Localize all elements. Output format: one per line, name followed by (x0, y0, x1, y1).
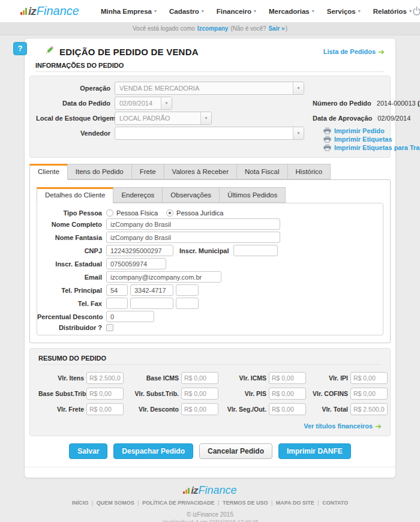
vlr-desconto-input[interactable] (181, 403, 218, 415)
printer-icon (323, 127, 331, 134)
nav-label: Mercadorias (269, 8, 310, 15)
tel-principal-number-input[interactable] (130, 284, 173, 296)
nav-servicos[interactable]: Serviços▾ (327, 8, 361, 15)
nome-fantasia-label: Nome Fantasia (37, 234, 102, 241)
footer-link-mapa[interactable]: MAPA DO SITE (276, 500, 322, 506)
pencil-icon (44, 45, 55, 58)
data-pedido-select[interactable]: 02/09/2014 ▾ (115, 97, 172, 110)
local-estoque-select[interactable]: LOCAL PADRÃO ▾ (115, 112, 212, 125)
footer-link-termos[interactable]: TERMOS DE USO (223, 500, 276, 506)
printer-icon (323, 144, 331, 151)
tab-frete[interactable]: Frete (131, 164, 164, 179)
imprimir-danfe-button[interactable]: Imprimir DANFE (278, 443, 351, 459)
vendedor-select[interactable]: ▾ (115, 127, 304, 140)
vlr-itens-label: Vlr. Itens (38, 374, 84, 382)
vlr-frete-input[interactable] (86, 403, 124, 415)
percentual-desconto-label: Percentual Desconto (37, 313, 102, 320)
tel-fax-number-input[interactable] (130, 298, 173, 309)
cnpj-input[interactable] (106, 245, 173, 256)
ver-titulos-financeiros-link[interactable]: Ver títulos financeiros ➔ (304, 422, 382, 431)
tab-historico[interactable]: Histórico (287, 164, 331, 179)
percentual-desconto-input[interactable] (106, 311, 154, 322)
imprimir-pedido-link[interactable]: Imprimir Pedido (323, 127, 420, 134)
nav-relatorios[interactable]: Relatórios▾ (373, 8, 412, 15)
nav-financeiro[interactable]: Financeiro▾ (217, 8, 256, 15)
nome-fantasia-input[interactable] (106, 232, 280, 243)
vlr-seg-out-input[interactable] (269, 403, 306, 415)
operacao-select[interactable]: VENDA DE MERCADORIA ▾ (115, 82, 304, 95)
nome-completo-input[interactable] (106, 218, 280, 230)
cancelar-pedido-button[interactable]: Cancelar Pedido (199, 443, 272, 459)
footer-link-privacidade[interactable]: POLÍTICA DE PRIVACIDADE (142, 500, 223, 506)
tel-principal-ext-input[interactable] (176, 284, 199, 296)
tel-principal-label: Tel. Principal (37, 287, 102, 294)
nav-mercadorias[interactable]: Mercadorias▾ (269, 8, 314, 15)
nav-cadastro[interactable]: Cadastro▾ (169, 8, 204, 15)
logo-suffix: Finance (37, 4, 79, 18)
inscr-estadual-input[interactable] (106, 258, 166, 269)
pessoa-juridica-radio[interactable] (166, 209, 173, 217)
footer-link-inicio[interactable]: INÍCIO (72, 500, 97, 506)
vlr-subst-trib-label: Vlr. Subst.Trib. (127, 390, 179, 397)
login-close-paren: ) (286, 25, 287, 32)
tab-itens-do-pedido[interactable]: Itens do Pedido (67, 164, 132, 179)
footer-link-contato[interactable]: CONTATO (322, 500, 348, 506)
base-subst-trib-input[interactable] (86, 388, 124, 400)
tab-ultimos-pedidos[interactable]: Últimos Pedidos (219, 187, 286, 203)
order-tabs: Cliente Itens do Pedido Frete Valores à … (29, 164, 391, 179)
vlr-itens-input[interactable] (86, 372, 124, 384)
despachar-pedido-button[interactable]: Despachar Pedido (113, 443, 193, 459)
green-arrow-icon: ➔ (378, 47, 385, 56)
inscr-municipal-input[interactable] (233, 245, 278, 256)
footer-logo[interactable]: iz Finance (183, 484, 236, 497)
order-info-heading: INFORMAÇÕES DO PEDIDO (35, 62, 385, 72)
page-title: EDIÇÃO DE PEDIDO DE VENDA (59, 47, 199, 57)
chevron-down-icon: ▾ (202, 8, 204, 14)
cliente-tab-panel: Detalhes do Cliente Endereços Observaçõe… (29, 179, 391, 343)
client-details-panel: Tipo Pessoa Pessoa Física Pessoa Jurídic… (37, 203, 383, 335)
imprimir-etiquetas-transporte-link[interactable]: Imprimir Etiquetas para Transporte (323, 144, 420, 151)
green-arrow-icon: ➔ (375, 422, 382, 431)
tab-enderecos[interactable]: Endereços (113, 187, 163, 203)
izfinance-logo[interactable]: iz Finance (20, 4, 79, 18)
local-estoque-label: Local de Estoque Origem (36, 115, 110, 122)
inscr-estadual-label: Inscr. Estadual (37, 260, 102, 268)
distribuidor-checkbox[interactable] (106, 324, 113, 331)
vlr-cofins-input[interactable] (350, 388, 388, 400)
nav-label: Financeiro (217, 8, 251, 15)
link-label: Imprimir Etiquetas (334, 136, 392, 143)
version-text: Atualizado v1.4 em 22/04/2015 17:49:25 (0, 519, 420, 522)
tab-detalhes-do-cliente[interactable]: Detalhes do Cliente (37, 187, 113, 203)
nav-minha-empresa[interactable]: Minha Empresa▾ (101, 8, 157, 15)
logout-link[interactable]: Sair » (268, 25, 284, 32)
footer-link-quem-somos[interactable]: QUEM SOMOS (97, 500, 142, 506)
email-input[interactable] (106, 271, 221, 283)
tel-principal-ddd-input[interactable] (106, 284, 128, 296)
lista-de-pedidos-link[interactable]: Lista de Pedidos ➔ (323, 47, 385, 56)
tel-fax-ext-input[interactable] (176, 298, 199, 309)
vendedor-label: Vendedor (36, 130, 110, 137)
status-badge: (Aprovado) (418, 100, 420, 107)
power-icon[interactable] (412, 6, 420, 16)
tab-valores-a-receber[interactable]: Valores à Receber (164, 164, 237, 179)
local-estoque-value: LOCAL PADRÃO (115, 112, 200, 124)
tel-fax-ddd-input[interactable] (106, 298, 128, 309)
vlr-ipi-input[interactable] (350, 372, 388, 384)
tab-cliente[interactable]: Cliente (29, 164, 68, 180)
vlr-icms-input[interactable] (269, 372, 306, 384)
salvar-button[interactable]: Salvar (69, 443, 107, 459)
tab-nota-fiscal[interactable]: Nota Fiscal (236, 164, 288, 179)
vlr-seg-out-label: Vlr. Seg./Out. (222, 406, 266, 413)
vlr-pis-input[interactable] (269, 388, 306, 400)
vlr-subst-trib-input[interactable] (181, 388, 218, 400)
pessoa-fisica-radio[interactable] (106, 209, 113, 217)
link-label: Lista de Pedidos (323, 48, 376, 55)
tab-observacoes[interactable]: Observações (162, 187, 220, 203)
vlr-total-input[interactable] (350, 403, 388, 415)
help-button[interactable]: ? (13, 42, 27, 55)
data-pedido-label: Data do Pedido (36, 100, 110, 107)
logged-user-link[interactable]: Izcompany (197, 25, 229, 32)
vlr-icms-label: Vlr. ICMS (222, 374, 266, 382)
base-icms-input[interactable] (181, 372, 218, 384)
imprimir-etiquetas-link[interactable]: Imprimir Etiquetas (323, 136, 420, 143)
